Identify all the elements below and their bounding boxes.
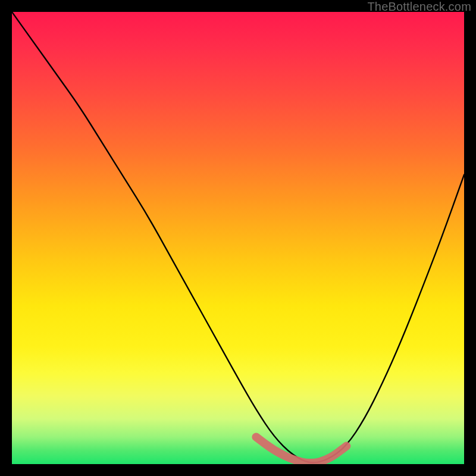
curve-svg [12,12,464,464]
plot-area [12,12,464,464]
optimal-band [256,437,346,463]
bottleneck-curve [12,12,464,462]
chart-frame: TheBottleneck.com [0,0,476,476]
